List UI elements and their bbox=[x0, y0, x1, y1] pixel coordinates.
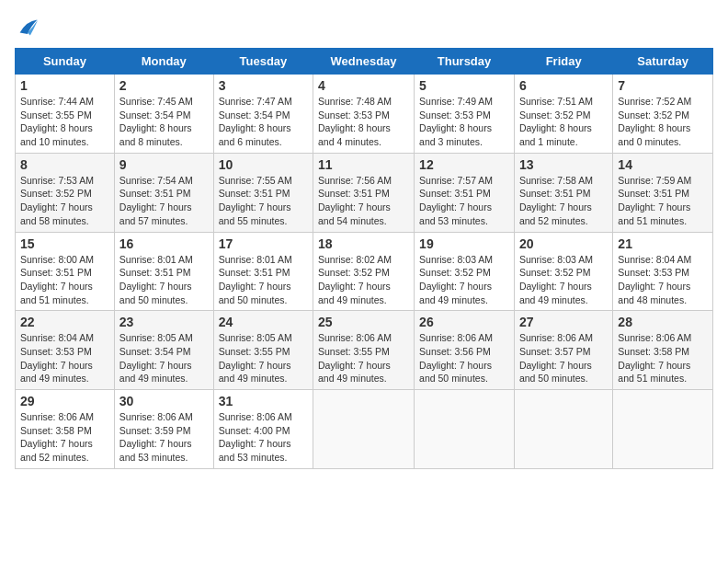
day-number: 28 bbox=[618, 315, 708, 329]
col-tuesday: Tuesday bbox=[213, 49, 313, 75]
calendar-day-23: 23 Sunrise: 8:05 AMSunset: 3:54 PMDaylig… bbox=[114, 311, 213, 390]
calendar-day-12: 12 Sunrise: 7:57 AMSunset: 3:51 PMDaylig… bbox=[415, 153, 515, 232]
day-number: 6 bbox=[519, 78, 608, 93]
day-number: 16 bbox=[119, 236, 209, 251]
day-info: Sunrise: 7:55 AMSunset: 3:51 PMDaylight:… bbox=[219, 175, 292, 226]
calendar-week-3: 15 Sunrise: 8:00 AMSunset: 3:51 PMDaylig… bbox=[16, 232, 713, 311]
day-number: 4 bbox=[318, 78, 409, 93]
calendar-day-11: 11 Sunrise: 7:56 AMSunset: 3:51 PMDaylig… bbox=[313, 153, 415, 232]
col-friday: Friday bbox=[514, 49, 612, 75]
day-info: Sunrise: 8:06 AMSunset: 3:55 PMDaylight:… bbox=[318, 332, 392, 384]
day-number: 26 bbox=[419, 315, 509, 329]
day-number: 21 bbox=[618, 236, 708, 251]
day-info: Sunrise: 8:03 AMSunset: 3:52 PMDaylight:… bbox=[519, 254, 593, 305]
calendar-day-27: 27 Sunrise: 8:06 AMSunset: 3:57 PMDaylig… bbox=[514, 311, 612, 390]
day-info: Sunrise: 8:01 AMSunset: 3:51 PMDaylight:… bbox=[219, 254, 292, 305]
day-info: Sunrise: 8:06 AMSunset: 3:56 PMDaylight:… bbox=[419, 332, 493, 384]
day-number: 17 bbox=[219, 236, 308, 251]
day-info: Sunrise: 7:47 AMSunset: 3:54 PMDaylight:… bbox=[219, 96, 292, 147]
day-number: 7 bbox=[618, 78, 708, 93]
day-info: Sunrise: 7:52 AMSunset: 3:52 PMDaylight:… bbox=[618, 96, 691, 147]
day-number: 22 bbox=[20, 315, 109, 329]
day-info: Sunrise: 8:06 AMSunset: 3:58 PMDaylight:… bbox=[618, 332, 691, 384]
day-info: Sunrise: 7:56 AMSunset: 3:51 PMDaylight:… bbox=[318, 175, 392, 226]
calendar-day-15: 15 Sunrise: 8:00 AMSunset: 3:51 PMDaylig… bbox=[16, 232, 115, 311]
day-info: Sunrise: 7:57 AMSunset: 3:51 PMDaylight:… bbox=[419, 175, 493, 226]
calendar-day-18: 18 Sunrise: 8:02 AMSunset: 3:52 PMDaylig… bbox=[313, 232, 415, 311]
col-thursday: Thursday bbox=[415, 49, 515, 75]
calendar-day-14: 14 Sunrise: 7:59 AMSunset: 3:51 PMDaylig… bbox=[613, 153, 713, 232]
day-info: Sunrise: 7:44 AMSunset: 3:55 PMDaylight:… bbox=[20, 96, 94, 147]
calendar-day-2: 2 Sunrise: 7:45 AMSunset: 3:54 PMDayligh… bbox=[114, 75, 213, 154]
calendar-day-19: 19 Sunrise: 8:03 AMSunset: 3:52 PMDaylig… bbox=[415, 232, 515, 311]
day-info: Sunrise: 7:58 AMSunset: 3:51 PMDaylight:… bbox=[519, 175, 593, 226]
empty-day bbox=[514, 390, 612, 469]
calendar-day-20: 20 Sunrise: 8:03 AMSunset: 3:52 PMDaylig… bbox=[514, 232, 612, 311]
day-number: 23 bbox=[119, 315, 209, 329]
day-info: Sunrise: 8:03 AMSunset: 3:52 PMDaylight:… bbox=[419, 254, 493, 305]
day-number: 3 bbox=[219, 78, 308, 93]
page-header bbox=[15, 15, 713, 40]
day-info: Sunrise: 7:49 AMSunset: 3:53 PMDaylight:… bbox=[419, 96, 493, 147]
calendar-day-7: 7 Sunrise: 7:52 AMSunset: 3:52 PMDayligh… bbox=[613, 75, 713, 154]
empty-day bbox=[613, 390, 713, 469]
day-number: 31 bbox=[219, 394, 308, 408]
day-number: 11 bbox=[318, 157, 409, 172]
day-number: 29 bbox=[20, 394, 109, 408]
calendar-day-10: 10 Sunrise: 7:55 AMSunset: 3:51 PMDaylig… bbox=[213, 153, 313, 232]
day-info: Sunrise: 7:45 AMSunset: 3:54 PMDaylight:… bbox=[119, 96, 193, 147]
calendar-day-17: 17 Sunrise: 8:01 AMSunset: 3:51 PMDaylig… bbox=[213, 232, 313, 311]
day-number: 12 bbox=[419, 157, 509, 172]
calendar-day-25: 25 Sunrise: 8:06 AMSunset: 3:55 PMDaylig… bbox=[313, 311, 415, 390]
calendar-day-28: 28 Sunrise: 8:06 AMSunset: 3:58 PMDaylig… bbox=[613, 311, 713, 390]
calendar-day-30: 30 Sunrise: 8:06 AMSunset: 3:59 PMDaylig… bbox=[114, 390, 213, 469]
calendar-week-2: 8 Sunrise: 7:53 AMSunset: 3:52 PMDayligh… bbox=[16, 153, 713, 232]
calendar-day-31: 31 Sunrise: 8:06 AMSunset: 4:00 PMDaylig… bbox=[213, 390, 313, 469]
logo bbox=[15, 15, 44, 40]
day-number: 15 bbox=[20, 236, 109, 251]
calendar-day-13: 13 Sunrise: 7:58 AMSunset: 3:51 PMDaylig… bbox=[514, 153, 612, 232]
empty-day bbox=[313, 390, 415, 469]
day-info: Sunrise: 8:01 AMSunset: 3:51 PMDaylight:… bbox=[119, 254, 193, 305]
day-number: 18 bbox=[318, 236, 409, 251]
logo-icon bbox=[15, 15, 40, 40]
day-info: Sunrise: 8:06 AMSunset: 3:57 PMDaylight:… bbox=[519, 332, 593, 384]
calendar-day-26: 26 Sunrise: 8:06 AMSunset: 3:56 PMDaylig… bbox=[415, 311, 515, 390]
day-number: 30 bbox=[119, 394, 209, 408]
day-info: Sunrise: 7:51 AMSunset: 3:52 PMDaylight:… bbox=[519, 96, 593, 147]
day-info: Sunrise: 7:48 AMSunset: 3:53 PMDaylight:… bbox=[318, 96, 392, 147]
day-number: 2 bbox=[119, 78, 209, 93]
day-number: 8 bbox=[20, 157, 109, 172]
day-info: Sunrise: 8:04 AMSunset: 3:53 PMDaylight:… bbox=[618, 254, 691, 305]
calendar-header-row: Sunday Monday Tuesday Wednesday Thursday… bbox=[16, 49, 713, 75]
day-number: 5 bbox=[419, 78, 509, 93]
col-saturday: Saturday bbox=[613, 49, 713, 75]
day-number: 25 bbox=[318, 315, 409, 329]
day-number: 10 bbox=[219, 157, 308, 172]
calendar-body: 1 Sunrise: 7:44 AMSunset: 3:55 PMDayligh… bbox=[16, 75, 713, 469]
day-info: Sunrise: 8:06 AMSunset: 3:58 PMDaylight:… bbox=[20, 411, 94, 463]
col-sunday: Sunday bbox=[16, 49, 115, 75]
day-info: Sunrise: 8:06 AMSunset: 3:59 PMDaylight:… bbox=[119, 411, 193, 463]
day-number: 20 bbox=[519, 236, 608, 251]
calendar-day-6: 6 Sunrise: 7:51 AMSunset: 3:52 PMDayligh… bbox=[514, 75, 612, 154]
day-info: Sunrise: 7:53 AMSunset: 3:52 PMDaylight:… bbox=[20, 175, 94, 226]
calendar-day-3: 3 Sunrise: 7:47 AMSunset: 3:54 PMDayligh… bbox=[213, 75, 313, 154]
day-number: 1 bbox=[20, 78, 109, 93]
calendar-week-5: 29 Sunrise: 8:06 AMSunset: 3:58 PMDaylig… bbox=[16, 390, 713, 469]
day-info: Sunrise: 8:06 AMSunset: 4:00 PMDaylight:… bbox=[219, 411, 292, 463]
calendar-day-16: 16 Sunrise: 8:01 AMSunset: 3:51 PMDaylig… bbox=[114, 232, 213, 311]
day-info: Sunrise: 8:05 AMSunset: 3:55 PMDaylight:… bbox=[219, 332, 292, 384]
calendar-week-4: 22 Sunrise: 8:04 AMSunset: 3:53 PMDaylig… bbox=[16, 311, 713, 390]
calendar-day-9: 9 Sunrise: 7:54 AMSunset: 3:51 PMDayligh… bbox=[114, 153, 213, 232]
day-info: Sunrise: 8:02 AMSunset: 3:52 PMDaylight:… bbox=[318, 254, 392, 305]
empty-day bbox=[415, 390, 515, 469]
calendar-day-21: 21 Sunrise: 8:04 AMSunset: 3:53 PMDaylig… bbox=[613, 232, 713, 311]
calendar-day-1: 1 Sunrise: 7:44 AMSunset: 3:55 PMDayligh… bbox=[16, 75, 115, 154]
calendar-day-4: 4 Sunrise: 7:48 AMSunset: 3:53 PMDayligh… bbox=[313, 75, 415, 154]
day-number: 13 bbox=[519, 157, 608, 172]
calendar-day-29: 29 Sunrise: 8:06 AMSunset: 3:58 PMDaylig… bbox=[16, 390, 115, 469]
calendar-table: Sunday Monday Tuesday Wednesday Thursday… bbox=[15, 48, 713, 469]
day-info: Sunrise: 8:04 AMSunset: 3:53 PMDaylight:… bbox=[20, 332, 94, 384]
day-info: Sunrise: 7:54 AMSunset: 3:51 PMDaylight:… bbox=[119, 175, 193, 226]
